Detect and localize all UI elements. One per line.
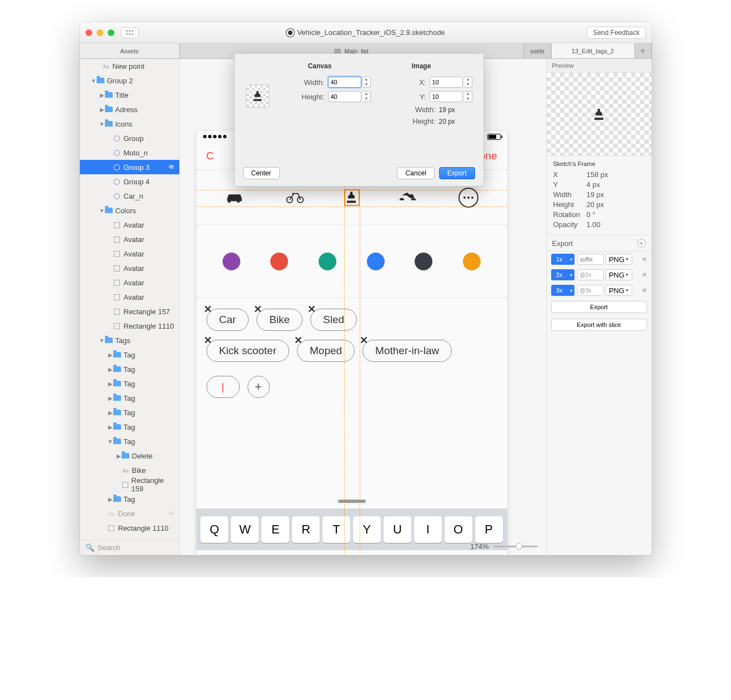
export-size-select[interactable]: 2x xyxy=(551,269,568,280)
layer-tag[interactable]: ▶Tag xyxy=(80,492,179,506)
layer-icons[interactable]: ▼Icons xyxy=(80,117,179,131)
close-icon[interactable]: ✕ xyxy=(254,303,262,315)
layer-tag[interactable]: ▶Tag xyxy=(80,405,179,420)
tag-mother-in-law[interactable]: ✕Mother-in-law xyxy=(362,340,452,362)
export-suffix-input[interactable] xyxy=(577,285,604,296)
key[interactable]: W xyxy=(231,516,259,543)
stepper[interactable]: ▲▼ xyxy=(363,77,371,88)
color-swatch[interactable] xyxy=(319,253,336,270)
layer-tag[interactable]: ▶Tag xyxy=(80,420,179,434)
send-feedback-button[interactable]: Send Feedback xyxy=(587,27,646,39)
layer-delete[interactable]: ▶Delete xyxy=(80,449,179,463)
export-suffix-input[interactable] xyxy=(577,254,604,265)
color-swatch[interactable] xyxy=(270,253,288,270)
center-button[interactable]: Center xyxy=(243,167,280,179)
grid-view-button[interactable] xyxy=(121,27,139,38)
export-button[interactable]: Export xyxy=(439,167,475,179)
remove-export-icon[interactable]: ✕ xyxy=(642,286,647,294)
key[interactable]: E xyxy=(261,516,289,543)
close-icon[interactable]: ✕ xyxy=(307,303,316,315)
export-format-select[interactable]: PNG▾ xyxy=(606,269,632,280)
image-x-input[interactable] xyxy=(430,77,463,88)
tag-bike[interactable]: ✕Bike xyxy=(256,309,303,331)
color-swatch[interactable] xyxy=(367,253,385,270)
minimize-icon[interactable] xyxy=(97,29,103,36)
close-icon[interactable]: ✕ xyxy=(360,334,368,346)
export-with-slice-button[interactable]: Export with slice xyxy=(551,319,647,331)
tab-assets[interactable]: ssets xyxy=(524,43,552,58)
cancel-button[interactable]: Cancel xyxy=(397,167,434,179)
layer-title[interactable]: ▶Title xyxy=(80,88,179,102)
layer-tags[interactable]: ▼Tags xyxy=(80,333,179,348)
remove-export-icon[interactable]: ✕ xyxy=(642,255,647,263)
layer-group3[interactable]: Group 3👁 xyxy=(80,160,179,174)
tag-car[interactable]: ✕Car xyxy=(206,309,249,331)
new-tag-input[interactable]: | xyxy=(206,376,240,398)
layer-rect1110[interactable]: Rectangle 1110 xyxy=(80,319,179,333)
key[interactable]: Y xyxy=(353,516,381,543)
close-icon[interactable]: ✕ xyxy=(204,303,212,315)
drag-handle-icon[interactable] xyxy=(338,500,366,503)
layer-tree[interactable]: AaNew point ▼Group 2 ▶Title ▶Adress ▼Ico… xyxy=(80,59,179,540)
bike-icon[interactable] xyxy=(285,190,305,204)
layer-bike[interactable]: AaBike xyxy=(80,463,179,477)
tag-sled[interactable]: ✕Sled xyxy=(310,309,357,331)
layer-tag[interactable]: ▶Tag xyxy=(80,391,179,405)
color-swatch[interactable] xyxy=(463,253,481,270)
layer-group[interactable]: Group xyxy=(80,131,179,145)
export-button[interactable]: Export xyxy=(551,301,647,313)
layer-new-point[interactable]: AaNew point xyxy=(80,59,179,73)
layer-rect159[interactable]: Rectangle 159 xyxy=(80,477,179,492)
stepper[interactable]: ▲▼ xyxy=(363,91,371,102)
close-icon[interactable]: ✕ xyxy=(204,334,212,346)
export-suffix-input[interactable] xyxy=(577,269,604,280)
artboard[interactable]: % C one xyxy=(196,131,507,555)
layer-avatar[interactable]: Avatar xyxy=(80,246,179,261)
key[interactable]: Q xyxy=(200,516,228,543)
tab-assets-panel[interactable]: Assets xyxy=(80,43,180,58)
zoom-slider[interactable] xyxy=(493,546,538,547)
key[interactable]: R xyxy=(292,516,320,543)
export-size-select[interactable]: 3x xyxy=(551,285,568,296)
layer-group2[interactable]: ▼Group 2 xyxy=(80,73,179,88)
layer-avatar[interactable]: Avatar xyxy=(80,261,179,275)
color-swatch[interactable] xyxy=(415,253,432,270)
visibility-icon[interactable]: 👁 xyxy=(168,510,175,517)
layer-adress[interactable]: ▶Adress xyxy=(80,102,179,117)
add-tag-button[interactable]: + xyxy=(248,376,270,398)
close-icon[interactable] xyxy=(85,29,92,36)
add-export-button[interactable]: + xyxy=(637,239,646,248)
key[interactable]: P xyxy=(475,516,503,543)
tab-edit-tags[interactable]: 13_Edit_tags_2 xyxy=(552,43,635,58)
car-icon[interactable] xyxy=(225,190,244,204)
maximize-icon[interactable] xyxy=(108,29,114,36)
stepper[interactable]: ▲▼ xyxy=(465,77,472,88)
key[interactable]: I xyxy=(414,516,442,543)
layer-done[interactable]: AaDone👁 xyxy=(80,506,179,521)
export-size-select[interactable]: 1x xyxy=(551,254,568,265)
canvas-width-input[interactable] xyxy=(328,77,361,88)
layer-group4[interactable]: Group 4 xyxy=(80,174,179,189)
layer-rect1110[interactable]: Rectangle 1110 xyxy=(80,521,179,535)
tag-kick-scooter[interactable]: ✕Kick scooter xyxy=(206,340,289,362)
layer-avatar[interactable]: Avatar xyxy=(80,275,179,290)
stepper[interactable]: ▲▼ xyxy=(465,91,472,102)
motorcycle-icon[interactable] xyxy=(398,190,417,204)
export-format-select[interactable]: PNG▾ xyxy=(606,254,632,265)
key[interactable]: U xyxy=(384,516,411,543)
layer-moto-n[interactable]: Moto_n xyxy=(80,145,179,160)
key[interactable]: O xyxy=(445,516,472,543)
layer-rect157[interactable]: Rectangle 157 xyxy=(80,304,179,319)
layer-tag[interactable]: ▼Tag xyxy=(80,434,179,449)
export-format-select[interactable]: PNG▾ xyxy=(606,285,632,296)
image-y-input[interactable] xyxy=(430,91,463,102)
layer-avatar[interactable]: Avatar xyxy=(80,232,179,246)
color-swatch[interactable] xyxy=(223,253,240,270)
layer-search[interactable]: 🔍 Search xyxy=(80,540,179,555)
layer-avatar[interactable]: Avatar xyxy=(80,218,179,232)
layer-avatar[interactable]: Avatar xyxy=(80,290,179,304)
close-icon[interactable]: ✕ xyxy=(294,334,303,346)
layer-tag[interactable]: ▶Tag xyxy=(80,348,179,362)
canvas-height-input[interactable] xyxy=(328,91,361,102)
layer-tag[interactable]: ▶Tag xyxy=(80,362,179,376)
